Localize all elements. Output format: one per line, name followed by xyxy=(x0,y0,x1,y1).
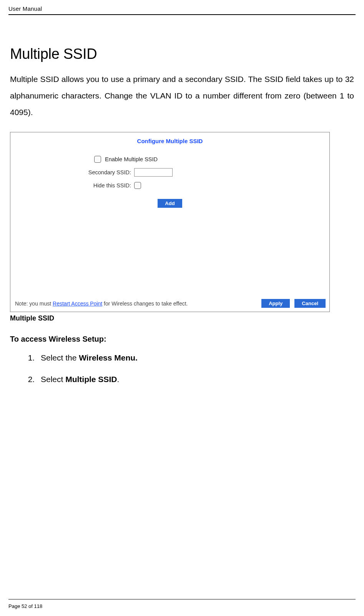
document-header: User Manual xyxy=(8,5,356,12)
enable-multiple-ssid-label: Enable Multiple SSID xyxy=(105,156,158,162)
step-prefix: Select the xyxy=(41,353,79,362)
panel-title: Configure Multiple SSID xyxy=(10,132,329,156)
header-divider xyxy=(8,14,356,15)
steps-list: Select the Wireless Menu. Select Multipl… xyxy=(10,351,354,386)
hide-ssid-label: Hide this SSID: xyxy=(10,182,134,189)
list-item: Select Multiple SSID. xyxy=(37,373,354,386)
page-label: Page 52 xyxy=(8,603,27,609)
step-suffix: . xyxy=(117,375,119,384)
restart-access-point-link[interactable]: Restart Access Point xyxy=(53,300,102,307)
step-bold: Multiple SSID xyxy=(65,375,117,384)
section-title: Multiple SSID xyxy=(10,46,354,62)
hide-ssid-checkbox[interactable] xyxy=(134,182,141,189)
step-bold: Wireless Menu. xyxy=(79,353,138,362)
screenshot-caption: Multiple SSID xyxy=(10,314,354,322)
step-prefix: Select xyxy=(41,375,65,384)
note-suffix: for Wireless changes to take effect. xyxy=(102,300,188,307)
secondary-ssid-input[interactable] xyxy=(134,168,173,177)
configure-ssid-screenshot: Configure Multiple SSID Enable Multiple … xyxy=(10,132,330,312)
cancel-button[interactable]: Cancel xyxy=(294,299,326,308)
secondary-ssid-label: Secondary SSID: xyxy=(10,169,134,175)
enable-multiple-ssid-checkbox[interactable] xyxy=(94,156,101,163)
section-body: Multiple SSID allows you to use a primar… xyxy=(10,71,354,120)
restart-note: Note: you must Restart Access Point for … xyxy=(15,300,188,307)
of-label: of 118 xyxy=(27,603,42,609)
list-item: Select the Wireless Menu. xyxy=(37,351,354,364)
apply-button[interactable]: Apply xyxy=(261,299,290,308)
access-subheading: To access Wireless Setup: xyxy=(10,335,354,344)
note-prefix: Note: you must xyxy=(15,300,53,307)
page-number: Page 52 of 118 xyxy=(8,603,356,609)
add-button[interactable]: Add xyxy=(158,199,182,208)
footer-divider xyxy=(8,599,356,599)
